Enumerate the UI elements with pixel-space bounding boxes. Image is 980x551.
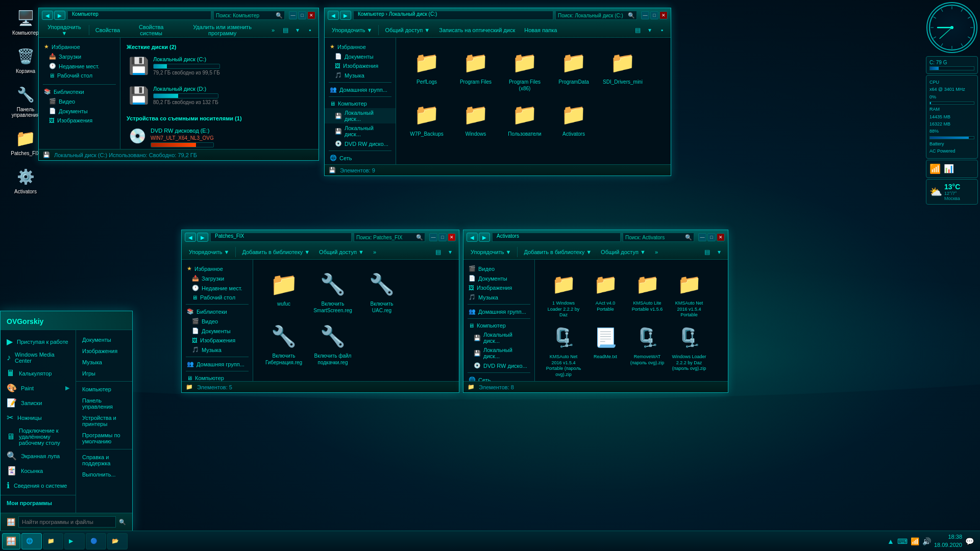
sidebar-dl-3[interactable]: 📥 Загрузки [182, 273, 253, 283]
sm-item-start[interactable]: ▶ Приступая к работе [1, 334, 76, 349]
sidebar-network-2[interactable]: 🌐 Сеть [325, 153, 396, 163]
tray-wifi-icon[interactable]: 📶 [911, 537, 919, 545]
tb-share-3[interactable]: Общий доступ ▼ [315, 246, 368, 258]
sm-item-wmc[interactable]: ♪ Windows Media Center [1, 349, 76, 366]
forward-button-2[interactable]: ▶ [340, 11, 351, 20]
sm-right-defaults[interactable]: Программы по умолчанию [76, 430, 132, 447]
sidebar-documents[interactable]: 📄 Документы [39, 106, 120, 116]
file-winloader-zip[interactable]: 🗜️ Windows Loader 2.2.2 by Daz (пароль o… [671, 323, 707, 378]
tb-more-3[interactable]: » [369, 246, 380, 258]
sidebar-video[interactable]: 🎬 Видео [39, 96, 120, 106]
sm-item-sysinfo[interactable]: ℹ Сведения о системе [1, 478, 76, 493]
tray-volume-icon[interactable]: 🔊 [922, 537, 931, 545]
sidebar-net-4[interactable]: 🌐 Сеть [463, 375, 534, 381]
tb-add-lib-3[interactable]: Добавить в библиотеку ▼ [238, 246, 314, 258]
view-btn-3[interactable]: ▤ [432, 246, 444, 258]
tb-add-lib-4[interactable]: Добавить в библиотеку ▼ [520, 246, 596, 258]
sidebar-downloads[interactable]: 📥 Загрузки [39, 52, 120, 61]
file-windows[interactable]: 📁 Windows [455, 100, 496, 137]
sm-item-magnifier[interactable]: 🔍 Экранная лупа [1, 448, 76, 463]
sidebar-video-3[interactable]: 🎬 Видео [182, 316, 253, 326]
file-swap[interactable]: 🔧 Включить файл подкачки.reg [312, 322, 353, 366]
file-removewat[interactable]: 🗜️ RemoveWAT (пароль ovg).zip [629, 323, 666, 378]
sidebar-recent-3[interactable]: 🕐 Недавние мест. [182, 283, 253, 293]
address-bar-disk-c[interactable]: Компьютер › Локальный диск (C:) [353, 11, 553, 20]
sidebar-comp-3[interactable]: 🖥 Компьютер [182, 373, 253, 381]
file-winloader[interactable]: 📁 1 Windows Loader 2.2.2 by Daz [545, 270, 582, 318]
sidebar-images[interactable]: 🖼 Изображения [39, 116, 120, 125]
sm-right-docs[interactable]: Документы [76, 334, 132, 345]
address-bar-patches[interactable]: Patches_FIX [210, 233, 352, 242]
back-button-2[interactable]: ◀ [328, 11, 339, 20]
sidebar-desktop[interactable]: 🖥 Рабочий стол [39, 71, 120, 80]
sidebar-hg-3[interactable]: 👥 Домашняя групп... [182, 359, 253, 369]
tb-burn-2[interactable]: Записать на оптический диск [435, 24, 519, 36]
maximize-button-2[interactable]: □ [650, 11, 658, 19]
sidebar-dvd-2[interactable]: 💿 DVD RW диско... [325, 139, 396, 148]
sm-item-rdp[interactable]: 🖥 Подключение к удалённому рабочему стол… [1, 425, 76, 448]
back-button-4[interactable]: ◀ [467, 233, 478, 242]
tb-more-4[interactable]: » [651, 246, 662, 258]
minimize-button-2[interactable]: — [641, 11, 649, 19]
tray-clock[interactable]: 18:38 18.09.2020 [934, 533, 962, 549]
minimize-button-3[interactable]: — [429, 233, 437, 241]
preview-btn-2[interactable]: ▾ [644, 24, 655, 36]
sidebar-local-d-2[interactable]: 💾 Локальный диск... [325, 123, 396, 139]
preview-btn-4[interactable]: ▾ [714, 246, 725, 258]
tb-share-2[interactable]: Общий доступ ▼ [381, 24, 434, 36]
sidebar-homegroup-2[interactable]: 👥 Домашняя групп... [325, 85, 396, 94]
sidebar-docs-4[interactable]: 📄 Документы [463, 273, 534, 283]
taskbar-media[interactable]: ▶ [64, 533, 85, 549]
file-wufuc[interactable]: 📁 wufuc [263, 270, 304, 314]
maximize-button-3[interactable]: □ [438, 233, 447, 241]
close-button-3[interactable]: ✕ [448, 233, 456, 241]
sm-right-computer[interactable]: Компьютер [76, 384, 132, 395]
taskbar-ie[interactable]: 🌐 [21, 533, 42, 549]
file-activators[interactable]: 📁 Activators [553, 100, 594, 137]
back-button[interactable]: ◀ [42, 11, 53, 20]
toolbar-organize[interactable]: Упорядочить ▼ [42, 24, 87, 36]
taskbar-explorer[interactable]: 📁 [43, 533, 63, 549]
sidebar-imgs-4[interactable]: 🖼 Изображения [463, 283, 534, 292]
forward-button[interactable]: ▶ [54, 11, 65, 20]
file-sdi[interactable]: 📁 SDI_Drivers_mini [602, 48, 643, 92]
back-button-3[interactable]: ◀ [185, 233, 196, 242]
sm-right-games[interactable]: Игры [76, 368, 132, 379]
close-button-4[interactable]: ✕ [717, 233, 725, 241]
sidebar-comp-4[interactable]: 🖥 Компьютер [463, 321, 534, 330]
sidebar-docs-2[interactable]: 📄 Документы [325, 52, 396, 61]
maximize-button[interactable]: □ [298, 11, 306, 19]
toolbar-more[interactable]: » [267, 24, 279, 36]
sidebar-imgs-2[interactable]: 🖼 Изображения [325, 61, 396, 70]
file-programdata[interactable]: 📁 ProgramData [553, 48, 594, 92]
search-box-activators[interactable]: Поиск: Activators 🔍 [623, 233, 694, 242]
minimize-button[interactable]: — [289, 11, 297, 19]
maximize-button-4[interactable]: □ [707, 233, 716, 241]
taskbar-chrome[interactable]: 🔵 [86, 533, 106, 549]
tb-organize-2[interactable]: Упорядочить ▼ [328, 24, 376, 36]
toolbar-properties[interactable]: Свойства [91, 24, 124, 36]
tray-show-icon[interactable]: ▲ [887, 537, 894, 545]
tray-keyboard-icon[interactable]: ⌨ [897, 537, 908, 545]
sm-item-paint[interactable]: 🎨 Paint ▶ [1, 381, 76, 395]
close-button-2[interactable]: ✕ [659, 11, 668, 19]
desktop-icon-activators[interactable]: ⚙️ Activators [8, 166, 43, 194]
sm-right-images[interactable]: Изображения [76, 345, 132, 357]
sm-right-help[interactable]: Справка и поддержка [76, 452, 132, 469]
file-programfiles86[interactable]: 📁 Program Files (x86) [504, 48, 545, 92]
sidebar-desktop-3[interactable]: 🖥 Рабочий стол [182, 293, 253, 302]
file-readme[interactable]: 📃 ReadMe.txt [587, 323, 624, 378]
sm-item-scissors[interactable]: ✂ Ножницы [1, 410, 76, 425]
file-users[interactable]: 📁 Пользователи [504, 100, 545, 137]
address-bar-activators[interactable]: Activators [492, 233, 621, 242]
preview-btn-3[interactable]: ▾ [445, 246, 456, 258]
preview-pane-button[interactable]: ▾ [292, 24, 303, 36]
sm-item-notes[interactable]: 📝 Записки [1, 395, 76, 410]
sidebar-music-2[interactable]: 🎵 Музыка [325, 70, 396, 80]
sidebar-video-4[interactable]: 🎬 Видео [463, 264, 534, 273]
address-bar-computer[interactable]: Компьютер [67, 11, 211, 20]
forward-button-3[interactable]: ▶ [197, 233, 208, 242]
change-view-button[interactable]: ▤ [280, 24, 291, 36]
forward-button-4[interactable]: ▶ [479, 233, 490, 242]
sidebar-hg-4[interactable]: 👥 Домашняя групп... [463, 307, 534, 316]
